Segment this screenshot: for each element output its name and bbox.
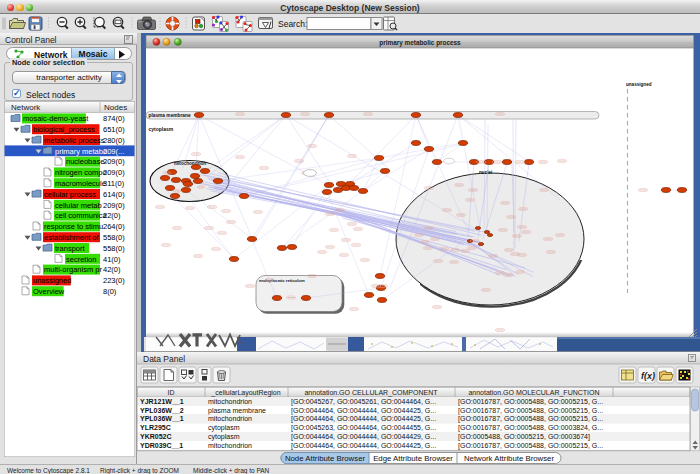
svg-text:280(0): 280(0) (103, 136, 125, 145)
svg-text:unassigned: unassigned (33, 276, 71, 285)
svg-text:[GO:0016787, GO:0005488, GO:00: [GO:0016787, GO:0005488, GO:0005215, G..… (458, 442, 603, 450)
svg-text:plasma membrane: plasma membrane (149, 113, 191, 118)
svg-text:[GO:0044464, GO:0044444, GO:00: [GO:0044464, GO:0044444, GO:0044425, G..… (291, 442, 436, 450)
svg-text:311(0): 311(0) (103, 179, 125, 188)
svg-text:nitrogen compo: nitrogen compo (55, 168, 107, 177)
svg-text:Overview: Overview (33, 287, 65, 296)
svg-text:Edge Attribute Browser: Edge Attribute Browser (373, 454, 453, 463)
svg-text:[GO:0044464, GO:0044444, GO:00: [GO:0044464, GO:0044444, GO:0044425, G..… (291, 407, 436, 415)
svg-text:Network Attribute Browser: Network Attribute Browser (464, 454, 555, 463)
svg-text:558(0): 558(0) (103, 233, 125, 242)
svg-text:cellular process: cellular process (44, 190, 96, 199)
svg-text:cytoplasm: cytoplasm (149, 126, 174, 132)
svg-text:209(0): 209(0) (103, 168, 125, 177)
svg-text:mitochondrion: mitochondrion (208, 415, 252, 422)
svg-text:209(...: 209(... (103, 147, 124, 156)
svg-text:Data Panel: Data Panel (143, 354, 185, 364)
svg-text:YPL036W__1: YPL036W__1 (140, 415, 184, 422)
svg-text:Nodes: Nodes (104, 103, 127, 112)
svg-text:YPL036W__2: YPL036W__2 (140, 407, 184, 414)
svg-text:plasma membrane: plasma membrane (208, 407, 266, 415)
svg-text:[GO:0044464, GO:0044444, GO:00: [GO:0044464, GO:0044444, GO:0044425, G..… (291, 415, 436, 423)
svg-text:Search:: Search: (278, 19, 307, 29)
svg-text:8(0): 8(0) (103, 287, 117, 296)
svg-text:223(0): 223(0) (103, 276, 125, 285)
svg-text:209(0): 209(0) (103, 157, 125, 166)
svg-text:[GO:0016787, GO:0005488, GO:00: [GO:0016787, GO:0005488, GO:0005215, G..… (458, 415, 603, 423)
svg-text:[GO:0016787, GO:0005488, GO:00: [GO:0016787, GO:0005488, GO:0005215, G..… (458, 398, 603, 406)
svg-text:42(0): 42(0) (103, 265, 121, 274)
svg-text:mitochondrion: mitochondrion (174, 161, 206, 166)
svg-text:macromolecule: macromolecule (55, 179, 106, 188)
svg-text:[GO:0016787, GO:0005488, GO:00: [GO:0016787, GO:0005488, GO:0003824, G..… (458, 424, 603, 432)
svg-text:_cellularLayoutRegion: _cellularLayoutRegion (210, 389, 280, 397)
svg-text:multi-organism pr: multi-organism pr (44, 265, 102, 274)
svg-text:651(0): 651(0) (103, 125, 125, 134)
svg-text:transport: transport (55, 244, 86, 253)
svg-text:[GO:0016787, GO:0005488, GO:00: [GO:0016787, GO:0005488, GO:0005215, G..… (458, 407, 603, 415)
svg-text:YKR052C: YKR052C (140, 433, 172, 440)
svg-text:cytoplasm: cytoplasm (208, 433, 240, 441)
svg-text:nucleobase-: nucleobase- (66, 157, 107, 166)
svg-text:Node Attribute Browser: Node Attribute Browser (285, 454, 366, 463)
svg-text:mitochondrion: mitochondrion (208, 442, 252, 449)
svg-text:[GO:0044464, GO:0044444, GO:00: [GO:0044464, GO:0044444, GO:0044429, G..… (291, 433, 436, 441)
svg-text:YDR039C__1: YDR039C__1 (140, 442, 183, 449)
svg-text:primary metabolic process: primary metabolic process (379, 39, 461, 47)
svg-text:annotation.GO CELLULAR_COMPONE: annotation.GO CELLULAR_COMPONENT (304, 389, 438, 397)
svg-text:annotation.GO MOLECULAR_FUNCTI: annotation.GO MOLECULAR_FUNCTION (468, 389, 599, 397)
svg-text:ID: ID (168, 389, 175, 396)
svg-text:614(0): 614(0) (103, 190, 125, 199)
svg-text:cellular metab: cellular metab (55, 201, 102, 210)
svg-text:nuclei: nuclei (479, 170, 492, 175)
svg-text:[GO:0005488, GO:0005215, GO:00: [GO:0005488, GO:0005215, GO:0003674] (458, 433, 590, 441)
svg-text:YJR121W__1: YJR121W__1 (140, 398, 184, 405)
svg-text:biological_process: biological_process (33, 125, 95, 134)
svg-text:264(0): 264(0) (103, 222, 125, 231)
svg-text:22(0): 22(0) (103, 211, 121, 220)
svg-text:metabolic process: metabolic process (44, 136, 105, 145)
svg-text:558(0): 558(0) (103, 244, 125, 253)
svg-text:209(0): 209(0) (103, 201, 125, 210)
svg-text:secretion: secretion (66, 255, 96, 264)
svg-text:Network: Network (11, 103, 41, 112)
svg-text:41(0): 41(0) (103, 255, 121, 264)
svg-text:unassigned: unassigned (626, 82, 652, 87)
svg-text:primary metabo: primary metabo (55, 147, 107, 156)
svg-text:f(x): f(x) (641, 371, 655, 381)
svg-text:[GO:0045263, GO:0044464, GO:00: [GO:0045263, GO:0044464, GO:0044455, G..… (291, 424, 436, 432)
svg-text:cytoplasm: cytoplasm (208, 424, 240, 432)
svg-text:YLR295C: YLR295C (140, 424, 171, 431)
svg-text:endoplasmic reticulum: endoplasmic reticulum (259, 278, 305, 283)
svg-text:response to stimu: response to stimu (44, 222, 103, 231)
svg-text:mosaic-demo-yeast: mosaic-demo-yeast (23, 114, 89, 123)
svg-text:cell communica: cell communica (55, 211, 108, 220)
svg-text:establishment of: establishment of (44, 233, 100, 242)
svg-text:[GO:0045267, GO:0045261, GO:00: [GO:0045267, GO:0045261, GO:0044464, G..… (291, 398, 436, 406)
svg-text:874(0): 874(0) (103, 114, 125, 123)
svg-text:mitochondrion: mitochondrion (208, 398, 252, 405)
